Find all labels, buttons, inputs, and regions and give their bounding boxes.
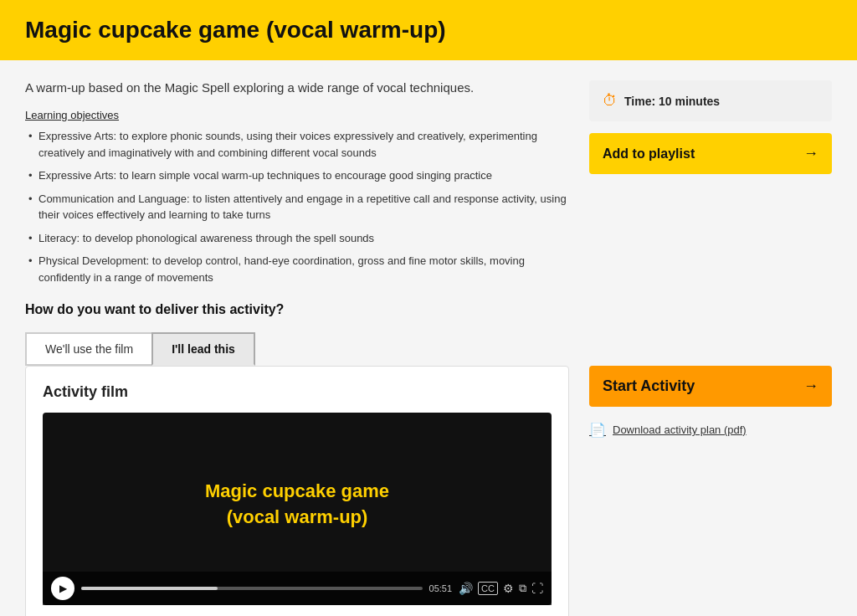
download-icon: 📄	[589, 422, 606, 438]
fullscreen-icon[interactable]: ⛶	[531, 582, 543, 595]
video-icon-group: 🔊 CC ⚙ ⧉ ⛶	[459, 582, 543, 595]
time-text: Time: 10 minutes	[624, 95, 720, 108]
pip-icon[interactable]: ⧉	[519, 582, 526, 595]
progress-bar-fill	[81, 587, 218, 590]
content-area: A warm-up based on the Magic Spell explo…	[0, 60, 857, 366]
activity-card: Activity film Magic cupcake game (vocal …	[25, 366, 569, 616]
tab-group: We'll use the film I'll lead this	[25, 332, 569, 366]
download-link[interactable]: 📄 Download activity plan (pdf)	[589, 418, 832, 441]
video-title-line2: (vocal warm-up)	[205, 505, 389, 531]
activity-card-title: Activity film	[43, 383, 552, 401]
objective-item: Communication and Language: to listen at…	[25, 191, 569, 223]
video-title-overlay: Magic cupcake game (vocal warm-up)	[205, 479, 389, 531]
bottom-right: Start Activity → 📄 Download activity pla…	[589, 366, 832, 616]
deliver-question: How do you want to deliver this activity…	[25, 302, 569, 317]
objective-item: Literacy: to develop phonological awaren…	[25, 230, 569, 247]
clock-icon: ⏱	[603, 92, 618, 110]
settings-icon[interactable]: ⚙	[503, 582, 514, 595]
learning-objectives-link[interactable]: Learning objectives	[25, 109, 119, 121]
download-label: Download activity plan (pdf)	[613, 424, 747, 436]
bottom-left: Activity film Magic cupcake game (vocal …	[25, 366, 569, 616]
objective-item: Expressive Arts: to explore phonic sound…	[25, 128, 569, 161]
start-activity-label: Start Activity	[603, 377, 695, 395]
video-controls: ▶ 05:51 🔊 CC ⚙ ⧉ ⛶	[43, 572, 552, 605]
add-playlist-label: Add to playlist	[603, 146, 695, 162]
video-title-line1: Magic cupcake game	[205, 479, 389, 505]
page-header: Magic cupcake game (vocal warm-up)	[0, 0, 857, 60]
bottom-section: Activity film Magic cupcake game (vocal …	[0, 366, 857, 616]
add-to-playlist-button[interactable]: Add to playlist →	[589, 133, 832, 174]
start-activity-arrow-icon: →	[803, 377, 819, 395]
right-sidebar: ⏱ Time: 10 minutes Add to playlist →	[589, 80, 832, 366]
video-timestamp: 05:51	[429, 583, 453, 593]
add-playlist-arrow-icon: →	[803, 145, 819, 162]
objectives-list: Expressive Arts: to explore phonic sound…	[25, 128, 569, 285]
left-content: A warm-up based on the Magic Spell explo…	[25, 80, 589, 366]
progress-bar-bg[interactable]	[81, 587, 423, 590]
tab-lead[interactable]: I'll lead this	[151, 332, 255, 366]
objective-item: Expressive Arts: to learn simple vocal w…	[25, 167, 569, 184]
play-button[interactable]: ▶	[51, 577, 74, 600]
objective-item: Physical Development: to develop control…	[25, 253, 569, 285]
captions-icon[interactable]: CC	[478, 582, 498, 595]
page-title: Magic cupcake game (vocal warm-up)	[25, 17, 832, 44]
description-text: A warm-up based on the Magic Spell explo…	[25, 80, 569, 95]
volume-icon[interactable]: 🔊	[459, 582, 473, 595]
time-box: ⏱ Time: 10 minutes	[589, 80, 832, 121]
tab-film[interactable]: We'll use the film	[25, 332, 151, 366]
start-activity-button[interactable]: Start Activity →	[589, 366, 832, 407]
video-container: Magic cupcake game (vocal warm-up) ▶ 05:…	[43, 413, 552, 605]
